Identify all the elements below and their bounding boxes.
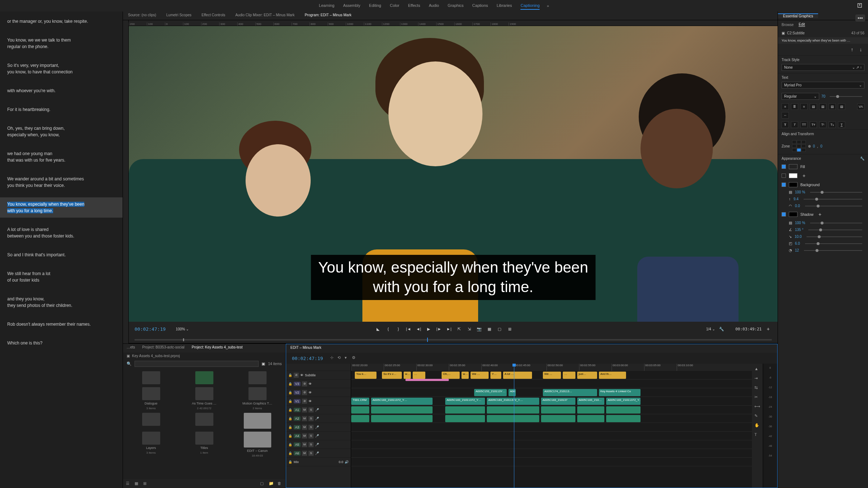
add-stroke-icon[interactable]: +: [800, 172, 808, 179]
ws-learning[interactable]: Learning: [319, 2, 335, 10]
caption-item[interactable]: with whoever you're with.: [0, 84, 123, 98]
subscript-icon[interactable]: T₁: [829, 121, 836, 128]
clip[interactable]: [541, 415, 575, 422]
subtitle-track-head[interactable]: 🔒⊘👁Subtitle: [286, 371, 351, 380]
project-bin[interactable]: Titles1 item: [179, 432, 229, 457]
eg-layer-row[interactable]: ▣ C2:Subtitle 43 of 56: [778, 29, 868, 37]
clip[interactable]: A005C174_210113…: [543, 389, 597, 396]
track-a2[interactable]: 🔒A2MS🎤: [286, 414, 351, 423]
project-bin[interactable]: [232, 371, 282, 384]
sequence-tab[interactable]: EDIT – Minus Mark: [286, 344, 326, 353]
extract-icon[interactable]: ⇲: [465, 325, 473, 333]
clip[interactable]: [606, 406, 641, 414]
kerning-icon[interactable]: ↔: [782, 112, 789, 119]
shadow-size-slider[interactable]: [805, 243, 862, 244]
tab-source[interactable]: Source: (no clips): [123, 12, 161, 20]
caption-item[interactable]: and they you know, they send photos of t…: [0, 292, 123, 312]
clip[interactable]: So it's v…: [382, 372, 402, 379]
tracking-icon[interactable]: VA: [857, 103, 864, 110]
project-bin[interactable]: Motion Graphics T…2 items: [232, 387, 282, 410]
linked-selection-icon[interactable]: ⟲: [337, 355, 343, 361]
shadow-angle[interactable]: 135 °: [795, 228, 803, 232]
settings-icon[interactable]: ⚙: [352, 355, 358, 361]
track-style-select[interactable]: None⌄ ↗ ↑: [782, 64, 864, 71]
caption-item[interactable]: A lot of love is shared between you and …: [0, 223, 123, 243]
clip[interactable]: A005C183_210…: [577, 398, 604, 405]
marker-icon[interactable]: ▾: [345, 355, 350, 361]
comparison-icon[interactable]: ▦: [486, 325, 493, 333]
mark-in-icon[interactable]: ◣: [374, 325, 382, 333]
caption-item[interactable]: we had one young man that was with us fo…: [0, 147, 123, 167]
project-bin[interactable]: Layers3 items: [126, 432, 176, 457]
workspace-overflow-icon[interactable]: »: [547, 4, 549, 8]
pos-y[interactable]: 0: [820, 144, 822, 148]
align-right-icon[interactable]: ≡: [800, 103, 808, 110]
caption-item[interactable]: For it is heartbreaking.: [0, 103, 123, 116]
step-back-icon[interactable]: ◄|: [415, 325, 422, 333]
small-caps-icon[interactable]: Tᴛ: [810, 121, 817, 128]
zone-grid[interactable]: [792, 140, 806, 152]
clip[interactable]: [577, 415, 604, 422]
project-tab-active[interactable]: Project: Key Assets 4_subs-test: [188, 344, 246, 352]
clip[interactable]: We …: [543, 372, 561, 379]
bold-icon[interactable]: T: [782, 121, 789, 128]
bg-radius[interactable]: 0.0: [795, 204, 800, 208]
italic-icon[interactable]: T: [791, 121, 798, 128]
snap-icon[interactable]: ⊹: [330, 355, 336, 361]
track-v1[interactable]: 🔒V1⊘👁: [286, 397, 351, 406]
program-monitor[interactable]: You know, especially when they've been w…: [129, 26, 778, 322]
clip[interactable]: [487, 406, 539, 414]
add-marker-icon[interactable]: {: [384, 325, 392, 333]
justify-all-icon[interactable]: ▤: [838, 103, 845, 110]
justify-last-left-icon[interactable]: ▤: [819, 103, 826, 110]
clip[interactable]: A005C183_210137: [541, 398, 575, 405]
clip[interactable]: A00: [509, 389, 516, 396]
fill-toggle[interactable]: [782, 164, 786, 169]
playhead[interactable]: [514, 364, 514, 488]
bg-size[interactable]: 9.4: [793, 197, 799, 201]
clip[interactable]: Key Assets 4 Linked Co: [599, 389, 641, 396]
zoom-select[interactable]: 100% ⌄: [176, 327, 189, 331]
eg-caption-preview[interactable]: You know, especially when they've been w…: [778, 37, 868, 44]
clip[interactable]: [577, 406, 604, 414]
clip[interactable]: just…: [577, 372, 597, 379]
tab-lumetri[interactable]: Lumetri Scopes: [161, 12, 196, 20]
track-mix[interactable]: 🔒Mix0.0🔊: [286, 458, 351, 466]
export-frame-icon[interactable]: 📷: [476, 325, 483, 333]
list-view-icon[interactable]: ☰: [126, 481, 131, 486]
project-bin[interactable]: [126, 371, 176, 384]
track-v2[interactable]: 🔒V2⊘👁: [286, 388, 351, 397]
caption-item[interactable]: We wander around a bit and sometimes you…: [0, 172, 123, 192]
clip[interactable]: And th…: [599, 372, 626, 379]
step-fwd-icon[interactable]: |►: [435, 325, 442, 333]
button-editor-icon[interactable]: +: [765, 325, 772, 333]
shadow-opacity-slider[interactable]: [810, 223, 862, 223]
caption-up-icon[interactable]: ↑: [848, 46, 856, 53]
stroke-swatch[interactable]: [789, 173, 797, 178]
project-bins[interactable]: Dialogue3 itemsAs Time Goes …2.42.09172M…: [123, 368, 285, 479]
timeline-ruler[interactable]: 00:02:20:0000:02:25:0000:02:30:0000:02:3…: [351, 364, 752, 371]
caption-item[interactable]: So and I think that's important.: [0, 248, 123, 262]
play-icon[interactable]: ▶: [425, 325, 432, 333]
font-weight-select[interactable]: Regular⌄: [782, 93, 819, 100]
clip[interactable]: [371, 406, 433, 414]
eg-tab-edit[interactable]: Edit: [799, 22, 805, 27]
shadow-angle-slider[interactable]: [808, 230, 862, 230]
caption-down-icon[interactable]: ↓: [857, 46, 864, 53]
all-caps-icon[interactable]: TT: [800, 121, 808, 128]
new-bin-footer-icon[interactable]: 📁: [269, 481, 274, 486]
caption-item[interactable]: Which one is this?: [0, 336, 123, 350]
eg-tab-browse[interactable]: Browse: [782, 23, 793, 27]
project-tab[interactable]: …ets: [123, 344, 139, 352]
shadow-blur-slider[interactable]: [804, 250, 862, 251]
shadow-dist-slider[interactable]: [807, 236, 862, 237]
razor-icon[interactable]: ✂: [754, 395, 760, 401]
bg-toggle[interactable]: [782, 183, 786, 187]
project-bin[interactable]: [179, 371, 229, 384]
clip[interactable]: You k…: [355, 372, 376, 379]
justify-last-center-icon[interactable]: ▤: [829, 103, 836, 110]
hand-icon[interactable]: ✋: [754, 423, 760, 429]
ws-editing[interactable]: Editing: [369, 2, 381, 10]
add-shadow-icon[interactable]: +: [816, 211, 824, 218]
go-to-out-icon[interactable]: ►|: [445, 325, 452, 333]
